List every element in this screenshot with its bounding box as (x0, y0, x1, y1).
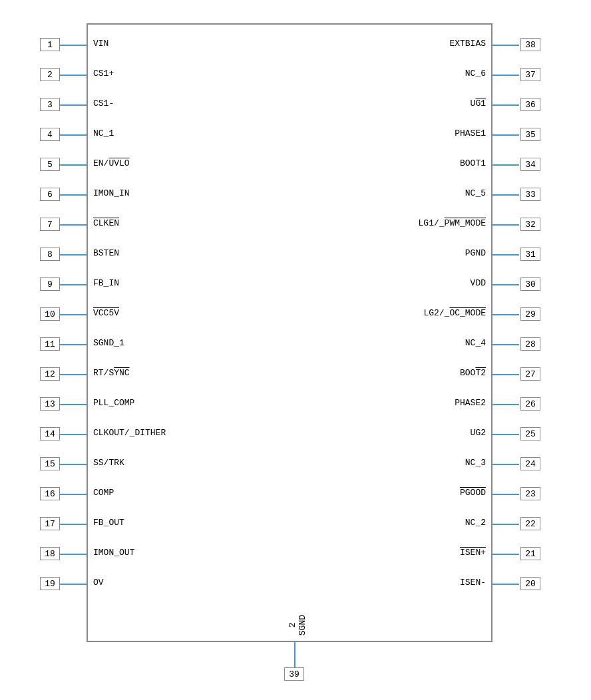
pin-num-right-24: 24 (520, 457, 540, 470)
pin-num-left-16: 16 (40, 487, 60, 500)
pin-line-left-17 (60, 524, 87, 525)
pin-line-right-37 (492, 75, 519, 76)
pin-line-bottom-39 (294, 642, 296, 669)
pin-line-left-3 (60, 104, 87, 106)
pin-name-right-36: UG1 (471, 98, 486, 108)
pin-num-right-37: 37 (520, 68, 540, 81)
pin-num-left-18: 18 (40, 547, 60, 560)
pin-line-right-34 (492, 164, 519, 166)
pin-num-right-32: 32 (520, 218, 540, 231)
pin-name-right-25: UG2 (471, 428, 486, 438)
pin-name-left-13: PLL_COMP (93, 398, 134, 408)
pin-num-right-31: 31 (520, 248, 540, 261)
pin-line-left-4 (60, 134, 87, 136)
pin-name-right-32: LG1/_PWM_MODE (419, 218, 486, 228)
pin-num-right-29: 29 (520, 307, 540, 321)
pin-line-left-8 (60, 254, 87, 256)
pin-num-right-30: 30 (520, 277, 540, 291)
pin-num-left-4: 4 (40, 128, 60, 141)
pin-line-right-21 (492, 554, 519, 555)
pin-num-left-2: 2 (40, 68, 60, 81)
pin-line-right-29 (492, 314, 519, 315)
pin-line-right-35 (492, 134, 519, 136)
pin-num-right-21: 21 (520, 547, 540, 560)
pin-num-left-11: 11 (40, 337, 60, 351)
pin-line-left-6 (60, 194, 87, 196)
pin-name-left-1: VIN (93, 39, 108, 49)
pin-line-left-5 (60, 164, 87, 166)
pin-num-bottom-39: 39 (284, 667, 304, 681)
pin-line-left-14 (60, 434, 87, 435)
pin-name-right-24: NC_3 (465, 458, 486, 468)
pin-line-left-13 (60, 404, 87, 405)
pin-name-left-11: SGND_1 (93, 338, 124, 348)
pin-num-left-5: 5 (40, 158, 60, 171)
pin-name-right-29: LG2/_OC_MODE (423, 308, 486, 318)
pin-name-right-38: EXTBIAS (449, 39, 486, 49)
pin-name-right-21: ISEN+ (460, 548, 486, 558)
pin-name-left-10: VCC5V (93, 308, 119, 318)
pin-name-right-31: PGND (465, 248, 486, 258)
pin-num-right-20: 20 (520, 577, 540, 590)
pin-num-right-33: 33 (520, 188, 540, 201)
pin-num-left-7: 7 (40, 218, 60, 231)
pin-line-left-19 (60, 584, 87, 585)
pin-name-left-5: EN/UVLO (93, 158, 130, 168)
pin-name-right-27: BOOT2 (460, 368, 486, 378)
pin-name-right-23: PGOOD (460, 488, 486, 498)
pin-line-left-7 (60, 224, 87, 226)
pin-line-right-28 (492, 344, 519, 345)
pin-line-right-31 (492, 254, 519, 256)
pin-name-right-20: ISEN- (460, 578, 486, 588)
pin-num-left-9: 9 (40, 277, 60, 291)
pin-line-right-27 (492, 374, 519, 375)
pin-num-right-28: 28 (520, 337, 540, 351)
pin-num-left-8: 8 (40, 248, 60, 261)
pin-line-left-15 (60, 464, 87, 465)
pin-name-right-22: NC_2 (465, 518, 486, 528)
pin-name-left-16: COMP (93, 488, 114, 498)
pin-name-left-19: OV (93, 578, 104, 588)
pin-line-left-16 (60, 494, 87, 495)
pin-num-left-1: 1 (40, 38, 60, 51)
pin-line-right-33 (492, 194, 519, 196)
pin-name-right-28: NC_4 (465, 338, 486, 348)
pin-name-left-12: RT/SYNC (93, 368, 130, 378)
pin-line-right-22 (492, 524, 519, 525)
pin-line-right-20 (492, 584, 519, 585)
pin-num-right-25: 25 (520, 427, 540, 440)
pin-num-left-17: 17 (40, 517, 60, 530)
pin-num-right-34: 34 (520, 158, 540, 171)
pin-name-bottom-39: SGND2 (288, 615, 307, 635)
pin-line-left-1 (60, 45, 87, 46)
pin-num-left-6: 6 (40, 188, 60, 201)
pin-line-right-32 (492, 224, 519, 226)
pin-num-left-10: 10 (40, 307, 60, 321)
pin-name-left-4: NC_1 (93, 128, 114, 138)
pin-num-right-27: 27 (520, 367, 540, 381)
pin-num-left-12: 12 (40, 367, 60, 381)
pin-name-right-30: VDD (471, 278, 486, 288)
pin-line-right-25 (492, 434, 519, 435)
pin-name-left-3: CS1- (93, 98, 114, 108)
pin-num-right-26: 26 (520, 397, 540, 411)
pin-name-left-14: CLKOUT/_DITHER (93, 428, 166, 438)
pin-line-right-24 (492, 464, 519, 465)
pin-line-left-10 (60, 314, 87, 315)
pin-name-right-34: BOOT1 (460, 158, 486, 168)
pin-num-left-15: 15 (40, 457, 60, 470)
pin-line-left-18 (60, 554, 87, 555)
pin-name-left-6: IMON_IN (93, 188, 130, 198)
pin-num-left-14: 14 (40, 427, 60, 440)
pin-line-right-36 (492, 104, 519, 106)
pin-num-right-35: 35 (520, 128, 540, 141)
pin-name-right-26: PHASE2 (455, 398, 486, 408)
pin-num-left-3: 3 (40, 98, 60, 111)
pin-name-left-18: IMON_OUT (93, 548, 134, 558)
pin-num-right-22: 22 (520, 517, 540, 530)
pin-name-right-37: NC_6 (465, 69, 486, 79)
pin-name-left-17: FB_OUT (93, 518, 124, 528)
pin-name-left-2: CS1+ (93, 69, 114, 79)
pin-name-left-8: BSTEN (93, 248, 119, 258)
pin-line-left-12 (60, 374, 87, 375)
